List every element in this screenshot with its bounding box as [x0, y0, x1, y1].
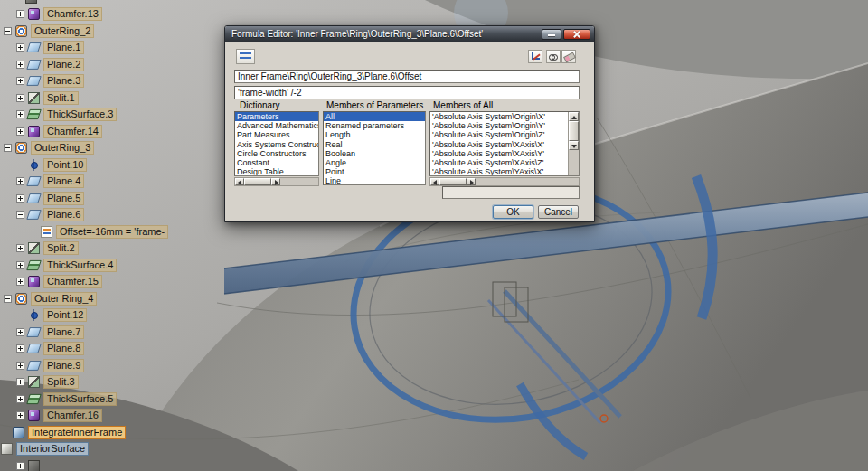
tree-item[interactable]: ThickSurface.4 [0, 257, 117, 274]
vertical-scrollbar[interactable] [568, 112, 579, 175]
tree-item[interactable]: ThickSurface.3 [0, 107, 117, 124]
list-item[interactable]: Advanced Mathematics F [235, 121, 318, 130]
tree-item[interactable] [0, 457, 43, 471]
list-item[interactable]: 'Absolute Axis System\Origin\Z' [430, 130, 568, 139]
expand-icon[interactable] [16, 94, 24, 102]
tree-item-label[interactable]: Outer Ring_4 [31, 292, 97, 306]
tree-item[interactable]: Plane.1 [0, 40, 84, 57]
tree-item[interactable]: Chamfer.14 [0, 123, 102, 140]
tree-item[interactable]: Offset=-16mm = 'frame- [0, 223, 168, 240]
tree-item-label[interactable]: OuterRing_3 [31, 141, 94, 155]
tree-item-label[interactable]: Chamfer.16 [43, 409, 102, 422]
parameter-path-field[interactable] [234, 70, 580, 83]
list-item[interactable]: Axis Systems Constructor [235, 140, 318, 149]
dictionary-list[interactable]: ParametersAdvanced Mathematics FPart Mea… [234, 111, 319, 176]
members-horizontal-scrollbar[interactable] [429, 177, 580, 186]
tree-item[interactable]: Plane.3 [0, 73, 84, 90]
tree-item-label[interactable]: Plane.6 [43, 208, 84, 221]
tree-item-label[interactable]: ThickSurface.3 [43, 108, 117, 121]
list-item[interactable]: Part Measures [235, 130, 318, 139]
dialog-titlebar[interactable]: Formula Editor: 'Inner Frame\Ring\OuterR… [225, 26, 594, 42]
tree-item-label[interactable]: Point.10 [43, 158, 87, 172]
list-item[interactable]: Boolean [324, 149, 425, 158]
list-item[interactable]: 'Absolute Axis System\Origin\X' [430, 112, 568, 121]
collapse-icon[interactable] [4, 295, 12, 303]
tree-item[interactable]: Split.3 [0, 374, 79, 391]
expand-icon[interactable] [16, 395, 24, 403]
expand-icon[interactable] [16, 261, 24, 269]
list-item[interactable]: 'Absolute Axis System\Origin\Y' [430, 121, 568, 130]
collapse-icon[interactable] [4, 27, 12, 35]
tree-item-label[interactable]: Split.2 [43, 241, 79, 255]
expand-icon[interactable] [16, 177, 24, 185]
expand-icon[interactable] [16, 194, 24, 203]
expand-icon[interactable] [16, 344, 24, 353]
expand-icon[interactable] [16, 378, 24, 386]
expand-icon[interactable] [16, 110, 24, 118]
scroll-right-icon[interactable] [467, 178, 476, 185]
tree-item-label[interactable]: Chamfer.13 [43, 7, 102, 21]
list-item[interactable]: 'Absolute Axis System\XAxis\Y' [430, 149, 568, 158]
cancel-button[interactable]: Cancel [538, 205, 579, 219]
dictionary-horizontal-scrollbar[interactable] [234, 177, 319, 186]
formula-structure-icon[interactable] [236, 49, 255, 64]
expand-icon[interactable] [16, 328, 24, 336]
tree-item[interactable]: Point.10 [0, 156, 87, 174]
tree-item[interactable]: Split.1 [0, 89, 79, 107]
tree-item[interactable]: Split.2 [0, 240, 79, 258]
tree-item-label[interactable]: Plane.2 [43, 58, 84, 71]
horizontal-scroll-thumb[interactable] [439, 178, 467, 185]
expand-icon[interactable] [16, 462, 24, 470]
scroll-left-icon[interactable] [430, 178, 439, 185]
expand-icon[interactable] [16, 127, 24, 136]
tree-item-label[interactable]: Plane.8 [43, 342, 84, 355]
tree-item-label[interactable]: IntegrateInnerFrame [28, 426, 126, 439]
formula-input[interactable] [234, 86, 580, 99]
list-item[interactable]: Circle Constructors [235, 149, 318, 158]
member-value-field[interactable] [442, 186, 580, 199]
tree-item[interactable]: Plane.8 [0, 341, 84, 358]
list-item[interactable]: Line [324, 176, 425, 185]
tree-item-label[interactable]: ThickSurface.5 [43, 392, 117, 406]
tree-item-label[interactable]: Offset=-16mm = 'frame- [56, 225, 168, 239]
close-button[interactable] [563, 29, 590, 40]
list-item[interactable]: 'Absolute Axis System\YAxis\X' [430, 167, 568, 175]
tree-item[interactable]: Plane.4 [0, 174, 84, 191]
collapse-icon[interactable] [4, 144, 12, 152]
list-item[interactable]: All [324, 112, 425, 121]
tree-item-label[interactable]: Plane.5 [43, 192, 84, 205]
minimize-button[interactable] [542, 29, 561, 40]
expand-icon[interactable] [16, 411, 24, 419]
spectacles-icon[interactable] [546, 50, 561, 63]
tree-item[interactable]: OuterRing_2 [0, 23, 94, 40]
tree-item-label[interactable]: OuterRing_2 [31, 24, 94, 38]
scroll-right-icon[interactable] [271, 178, 280, 185]
list-item[interactable]: Design Table [235, 167, 318, 176]
list-item[interactable]: Point [324, 167, 425, 176]
tree-item[interactable]: Plane.7 [0, 324, 84, 341]
members-of-parameters-list[interactable]: AllRenamed parametersLengthRealBooleanAn… [323, 111, 426, 185]
expand-icon[interactable] [16, 278, 24, 286]
tree-item[interactable]: Chamfer.16 [0, 408, 102, 425]
list-item[interactable]: Renamed parameters [324, 121, 425, 130]
tree-item[interactable]: OuterRing_3 [0, 140, 94, 157]
tree-item-label[interactable]: Chamfer.14 [43, 125, 102, 138]
expand-icon[interactable] [16, 244, 24, 252]
list-item[interactable]: Length [324, 130, 425, 139]
members-of-all-list[interactable]: 'Absolute Axis System\Origin\X''Absolute… [429, 111, 580, 176]
tree-item-label[interactable]: Split.1 [43, 91, 79, 105]
list-item[interactable]: 'Absolute Axis System\XAxis\X' [430, 140, 568, 149]
tree-item[interactable]: Plane.2 [0, 56, 84, 73]
expand-icon[interactable] [16, 61, 24, 69]
tree-item-label[interactable]: Plane.3 [43, 74, 84, 88]
tree-item[interactable]: Plane.5 [0, 190, 84, 207]
collapse-icon[interactable] [16, 211, 24, 219]
tree-item-label[interactable]: Split.3 [43, 375, 79, 389]
expand-icon[interactable] [16, 43, 24, 52]
horizontal-scroll-thumb[interactable] [244, 178, 271, 185]
tree-item[interactable]: Plane.9 [0, 357, 84, 374]
scroll-up-icon[interactable] [569, 112, 579, 121]
tree-item[interactable]: IntegrateInnerFrame [0, 424, 126, 441]
tree-item-label[interactable]: InteriorSurface [16, 442, 89, 456]
vertical-scroll-thumb[interactable] [569, 121, 579, 141]
